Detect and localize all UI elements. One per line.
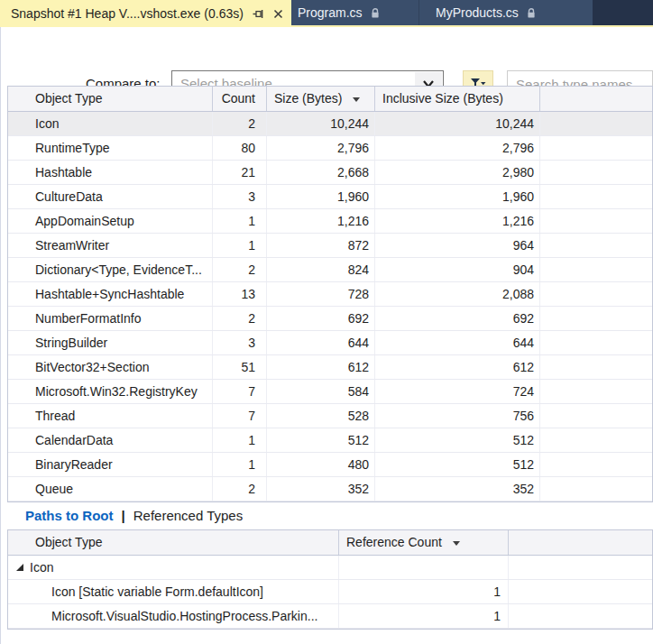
count-cell: 2 (213, 258, 267, 281)
spacer-cell (540, 136, 652, 160)
lock-icon (370, 7, 381, 19)
size-cell: 528 (267, 404, 375, 428)
reference-count-cell: 1 (339, 580, 509, 603)
tab-program-cs[interactable]: Program.cs (291, 0, 419, 25)
size-cell: 2,796 (267, 136, 375, 160)
document-tab-bar: Program.cs MyProducts.cs Snapshot #1 Hea… (0, 0, 653, 27)
object-type-cell: Icon (8, 112, 213, 135)
column-header-object-type[interactable]: Object Type (8, 530, 339, 555)
heap-table-row[interactable]: Icon210,24410,244 (8, 112, 652, 136)
object-type-cell: BinaryReader (8, 453, 213, 476)
count-cell: 2 (213, 477, 267, 501)
spacer-cell (509, 604, 652, 628)
heap-table-row[interactable]: CultureData31,9601,960 (8, 185, 652, 209)
spacer-cell (540, 282, 652, 306)
spacer-cell (540, 477, 652, 501)
close-icon[interactable] (273, 9, 283, 19)
column-header-object-type[interactable]: Object Type (8, 87, 213, 111)
reference-count-cell: 1 (339, 604, 509, 628)
inclusive-size-cell: 964 (375, 234, 540, 257)
heap-table-row[interactable]: Thread7528756 (8, 404, 652, 428)
spacer-cell (540, 380, 652, 403)
column-header-size[interactable]: Size (Bytes) (267, 87, 375, 111)
object-type-cell: RuntimeType (8, 136, 213, 160)
size-cell: 612 (267, 355, 375, 379)
object-type-cell: Icon (8, 556, 339, 579)
count-cell: 2 (213, 307, 267, 330)
column-header-reference-count[interactable]: Reference Count (339, 530, 509, 555)
size-cell: 824 (267, 258, 375, 281)
pane-left-border (0, 27, 1, 644)
inclusive-size-cell: 2,088 (375, 282, 540, 306)
inclusive-size-cell: 1,960 (375, 185, 540, 208)
paths-table-row[interactable]: Microsoft.VisualStudio.HostingProcess.Pa… (8, 604, 652, 629)
bottom-pane-tabs: Paths to Root | Referenced Types (25, 501, 243, 529)
inclusive-size-cell: 904 (375, 258, 540, 281)
object-type-cell: Icon [Static variable Form.defaultIcon] (8, 580, 339, 603)
size-cell: 2,668 (267, 161, 375, 184)
paths-table-header: Object Type Reference Count (8, 530, 652, 556)
count-cell: 7 (213, 380, 267, 403)
object-type-label: Icon (30, 556, 53, 579)
size-cell: 872 (267, 234, 375, 257)
tab-title: Snapshot #1 Heap V....vshost.exe (0.63s) (11, 6, 244, 21)
size-cell: 584 (267, 380, 375, 403)
inclusive-size-cell: 756 (375, 404, 540, 428)
spacer-cell (540, 185, 652, 208)
size-cell: 644 (267, 331, 375, 354)
inclusive-size-cell: 644 (375, 331, 540, 354)
heap-table-row[interactable]: Hashtable212,6682,980 (8, 161, 652, 185)
heap-table-row[interactable]: AppDomainSetup11,2161,216 (8, 209, 652, 234)
object-type-label: Icon [Static variable Form.defaultIcon] (51, 584, 263, 599)
heap-table-row[interactable]: Hashtable+SyncHashtable137282,088 (8, 282, 652, 307)
object-type-cell: AppDomainSetup (8, 209, 213, 233)
object-type-label: Microsoft.VisualStudio.HostingProcess.Pa… (51, 609, 317, 623)
spacer-cell (540, 234, 652, 257)
spacer-cell (509, 556, 652, 579)
paths-table-row[interactable]: Icon (8, 556, 652, 580)
tab-myproducts-cs[interactable]: MyProducts.cs (419, 0, 592, 25)
object-type-cell: Hashtable (8, 161, 213, 184)
pin-icon[interactable] (253, 8, 264, 20)
heap-table-row[interactable]: BinaryReader1480512 (8, 453, 652, 477)
object-type-cell: Microsoft.VisualStudio.HostingProcess.Pa… (8, 604, 339, 628)
count-cell: 21 (213, 161, 267, 184)
column-header-spacer (540, 87, 652, 111)
object-type-cell: Hashtable+SyncHashtable (8, 282, 213, 306)
paths-table-row[interactable]: Icon [Static variable Form.defaultIcon]1 (8, 580, 652, 604)
count-cell: 1 (213, 209, 267, 233)
inclusive-size-cell: 512 (375, 453, 540, 476)
heap-table-row[interactable]: NumberFormatInfo2692692 (8, 307, 652, 331)
heap-table-row[interactable]: StreamWriter1872964 (8, 234, 652, 258)
heap-table-header: Object Type Count Size (Bytes) Inclusive… (8, 87, 652, 112)
heap-table-row[interactable]: RuntimeType802,7962,796 (8, 136, 652, 161)
column-header-count[interactable]: Count (213, 87, 267, 111)
heap-table-row[interactable]: Microsoft.Win32.RegistryKey7584724 (8, 380, 652, 404)
spacer-cell (540, 453, 652, 476)
size-cell: 728 (267, 282, 375, 306)
tab-snapshot-active[interactable]: Snapshot #1 Heap V....vshost.exe (0.63s) (0, 0, 291, 27)
expander-expanded-icon[interactable] (15, 563, 24, 572)
heap-table-row[interactable]: Queue2352352 (8, 477, 652, 501)
object-type-cell: StringBuilder (8, 331, 213, 354)
spacer-cell (540, 161, 652, 184)
heap-table-row[interactable]: Dictionary<Type, EvidenceT...2824904 (8, 258, 652, 282)
object-type-cell: Microsoft.Win32.RegistryKey (8, 380, 213, 403)
count-cell: 1 (213, 234, 267, 257)
tab-label: Program.cs (298, 5, 363, 20)
heap-table-body: Icon210,24410,244RuntimeType802,7962,796… (8, 112, 652, 501)
spacer-cell (540, 331, 652, 354)
inclusive-size-cell: 352 (375, 477, 540, 501)
heap-table-row[interactable]: BitVector32+Section51612612 (8, 355, 652, 380)
object-type-cell: CalendarData (8, 428, 213, 452)
object-type-cell: NumberFormatInfo (8, 307, 213, 330)
spacer-cell (540, 307, 652, 330)
count-cell: 80 (213, 136, 267, 160)
heap-table-row[interactable]: CalendarData1512512 (8, 428, 652, 453)
size-cell: 480 (267, 453, 375, 476)
tab-paths-to-root[interactable]: Paths to Root (25, 508, 114, 523)
tab-referenced-types[interactable]: Referenced Types (133, 508, 243, 523)
column-header-inclusive-size[interactable]: Inclusive Size (Bytes) (375, 87, 540, 111)
object-type-cell: CultureData (8, 185, 213, 208)
heap-table-row[interactable]: StringBuilder3644644 (8, 331, 652, 355)
